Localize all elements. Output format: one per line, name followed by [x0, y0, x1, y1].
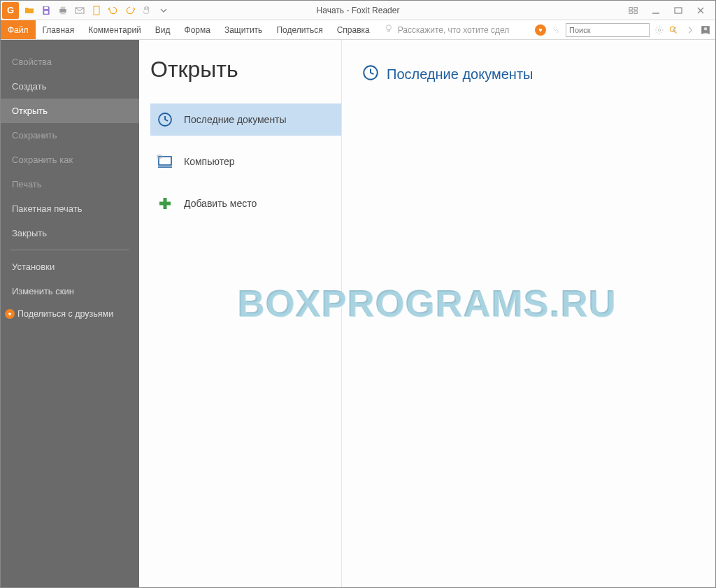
page-title: Открыть [150, 57, 341, 83]
app-logo-icon: G [2, 2, 19, 19]
tell-me-box[interactable]: Расскажите, что хотите сдел [384, 20, 510, 39]
svg-rect-3 [61, 6, 66, 8]
user-avatar-icon[interactable] [700, 24, 711, 36]
search-box[interactable] [566, 23, 650, 37]
tab-help[interactable]: Справка [330, 20, 377, 39]
sidebar-item-batchprint[interactable]: Пакетная печать [1, 196, 139, 221]
quick-access-toolbar [23, 4, 170, 17]
svg-point-17 [658, 29, 661, 31]
svg-rect-8 [634, 7, 637, 10]
recent-documents-heading: Последние документы [361, 64, 715, 85]
recent-documents-column: Последние документы [342, 40, 715, 587]
window-controls [627, 6, 715, 15]
open-folder-icon[interactable] [23, 4, 36, 17]
clock-icon [156, 110, 174, 129]
clock-icon [361, 64, 380, 85]
nav-prev-icon[interactable] [669, 24, 680, 36]
sidebar-item-properties: Свойства [1, 50, 139, 74]
svg-rect-12 [675, 8, 682, 13]
close-button[interactable] [694, 6, 707, 15]
tab-home[interactable]: Главная [36, 20, 82, 39]
tab-share[interactable]: Поделиться [269, 20, 329, 39]
tab-protect[interactable]: Защитить [217, 20, 269, 39]
recent-heading-label: Последние документы [387, 66, 533, 83]
tell-me-placeholder: Расскажите, что хотите сдел [398, 25, 510, 35]
sidebar-item-create[interactable]: Создать [1, 74, 139, 99]
body-area: Свойства Создать Открыть Сохранить Сохра… [1, 40, 715, 587]
redo-icon[interactable] [124, 4, 136, 17]
titlebar: G Начать - Foxit Reader [1, 1, 715, 20]
main-panel: Открыть Последние документы Компьютер [139, 40, 715, 587]
gear-icon[interactable] [654, 24, 665, 36]
qat-dropdown-icon[interactable] [157, 4, 170, 17]
sidebar-item-saveas: Сохранить как [1, 148, 139, 172]
open-sources-column: Открыть Последние документы Компьютер [139, 40, 342, 587]
svg-point-13 [386, 25, 391, 30]
open-source-label: Последние документы [184, 114, 287, 125]
sidebar-item-open[interactable]: Открыть [1, 99, 139, 123]
sidebar-item-settings[interactable]: Установки [1, 254, 139, 279]
print-icon[interactable] [57, 4, 69, 17]
svg-rect-4 [61, 12, 66, 14]
sidebar-item-close[interactable]: Закрыть [1, 221, 139, 245]
sidebar-item-sharefriends[interactable]: ♥ Поделиться с друзьями [1, 303, 139, 324]
svg-point-19 [704, 27, 708, 30]
share-heart-icon[interactable]: ♥ [535, 24, 546, 36]
ui-mode-icon[interactable] [627, 6, 640, 15]
open-source-addplace[interactable]: Добавить место [150, 187, 341, 220]
sidebar-item-skin[interactable]: Изменить скин [1, 279, 139, 303]
svg-rect-7 [629, 7, 632, 10]
open-source-label: Добавить место [184, 198, 257, 209]
plus-icon [156, 194, 174, 213]
svg-rect-9 [629, 10, 632, 13]
ribbon-tabs: Файл Главная Комментарий Вид Форма Защит… [1, 20, 715, 40]
document-icon[interactable] [90, 4, 103, 17]
link-icon[interactable] [550, 24, 561, 36]
nav-next-icon[interactable] [685, 24, 696, 36]
tab-form[interactable]: Форма [178, 20, 217, 39]
svg-rect-0 [44, 6, 48, 8]
save-icon[interactable] [40, 4, 52, 17]
sidebar-item-label: Поделиться с друзьями [17, 309, 113, 319]
svg-rect-1 [44, 10, 48, 13]
open-source-computer[interactable]: Компьютер [150, 145, 341, 178]
heart-icon: ♥ [5, 309, 15, 319]
svg-rect-10 [634, 10, 637, 13]
mail-icon[interactable] [73, 4, 86, 17]
sidebar-item-save: Сохранить [1, 123, 139, 148]
lightbulb-icon [384, 24, 394, 36]
computer-icon [156, 152, 174, 171]
tab-comment[interactable]: Комментарий [81, 20, 148, 39]
tab-file[interactable]: Файл [1, 20, 36, 39]
tab-view[interactable]: Вид [148, 20, 178, 39]
minimize-button[interactable] [650, 6, 662, 15]
app-window: G Начать - Foxit Reader Файл Главная Ком… [0, 0, 716, 588]
maximize-button[interactable] [672, 6, 685, 15]
file-sidebar: Свойства Создать Открыть Сохранить Сохра… [1, 40, 139, 587]
svg-rect-6 [94, 6, 99, 15]
open-source-recent[interactable]: Последние документы [150, 103, 341, 136]
undo-icon[interactable] [107, 4, 120, 17]
toolbar-right: ♥ [535, 20, 715, 39]
open-source-label: Компьютер [184, 156, 234, 167]
sidebar-divider [10, 250, 129, 250]
svg-rect-14 [388, 30, 389, 31]
hand-tool-icon[interactable] [141, 4, 153, 17]
sidebar-item-print: Печать [1, 172, 139, 196]
